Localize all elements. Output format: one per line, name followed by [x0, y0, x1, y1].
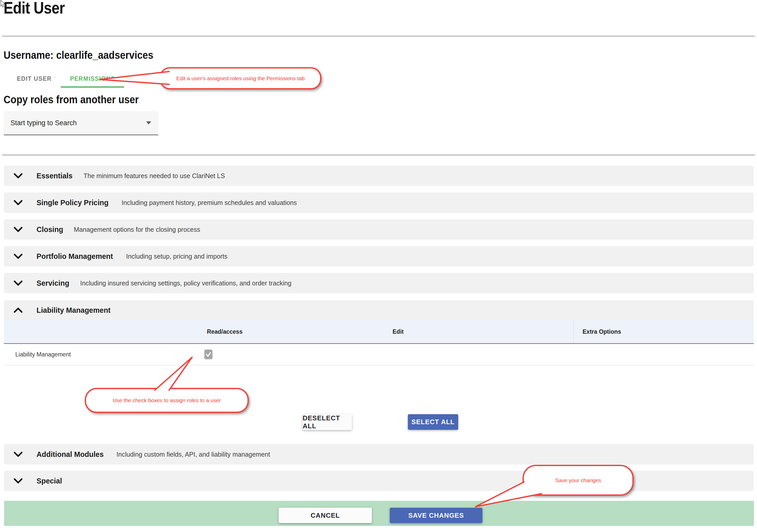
column-header-edit: Edit — [393, 320, 404, 343]
footer-action-bar — [4, 501, 754, 526]
save-changes-button[interactable]: SAVE CHANGES — [390, 508, 482, 523]
section-description: Management options for the closing proce… — [74, 226, 200, 234]
chevron-down-icon — [14, 200, 23, 205]
chevron-down-icon — [14, 280, 23, 286]
read-access-checkbox[interactable] — [204, 350, 212, 359]
section-description: Including payment history, premium sched… — [122, 199, 297, 207]
chevron-down-icon — [14, 254, 23, 259]
chevron-down-icon — [14, 173, 23, 179]
permissions-table-header: Read/access Edit Extra Options — [4, 320, 754, 344]
section-title: Additional Modules — [37, 450, 104, 459]
section-portfolio-management[interactable]: Portfolio Management Including setup, pr… — [4, 246, 754, 266]
section-special[interactable]: Special — [4, 471, 754, 491]
callout-checkboxes: Use the check boxes to assign roles to a… — [85, 388, 249, 413]
section-closing[interactable]: Closing Management options for the closi… — [4, 219, 754, 240]
chevron-down-icon — [146, 121, 151, 124]
edit-user-page: Edit User Username: clearlife_aadservice… — [0, 0, 757, 532]
chevron-down-icon — [14, 227, 23, 232]
callout-text: Edit a user's assigned roles using the P… — [176, 76, 304, 81]
deselect-all-button[interactable]: DESELECT ALL — [303, 414, 352, 430]
section-servicing[interactable]: Servicing Including insured servicing se… — [4, 273, 754, 293]
section-liability-management[interactable]: Liability Management — [4, 300, 754, 320]
callout-text: Save your changes — [555, 477, 601, 484]
mouse-cursor-icon — [0, 0, 6, 8]
table-row-liability-management: Liability Management — [4, 344, 754, 365]
section-title: Liability Management — [37, 306, 110, 315]
callout-text: Use the check boxes to assign roles to a… — [113, 397, 221, 403]
section-single-policy-pricing[interactable]: Single Policy Pricing Including payment … — [4, 192, 754, 213]
dropdown-placeholder: Start typing to Search — [11, 119, 146, 127]
divider — [2, 36, 755, 37]
column-header-read-access: Read/access — [4, 320, 446, 343]
section-title: Single Policy Pricing — [37, 198, 108, 207]
tab-bar: EDIT USER PERMISSIONS — [8, 71, 124, 88]
section-title: Special — [37, 477, 62, 485]
section-description: The minimum features needed to use Clari… — [83, 172, 225, 180]
copy-roles-search-select[interactable]: Start typing to Search — [4, 111, 158, 135]
page-title: Edit User — [4, 0, 65, 17]
divider — [2, 155, 755, 156]
chevron-down-icon — [14, 478, 23, 484]
chevron-down-icon — [14, 452, 23, 457]
tab-edit-user[interactable]: EDIT USER — [8, 71, 61, 86]
section-title: Essentials — [37, 172, 73, 180]
checkmark-icon — [205, 351, 212, 358]
section-description: Including setup, pricing and imports — [126, 252, 227, 260]
section-title: Servicing — [37, 279, 69, 288]
section-additional-modules[interactable]: Additional Modules Including custom fiel… — [4, 444, 754, 464]
column-header-extra-options: Extra Options — [583, 320, 621, 343]
copy-roles-heading: Copy roles from another user — [4, 94, 139, 106]
select-all-button[interactable]: SELECT ALL — [408, 414, 458, 430]
row-label: Liability Management — [15, 344, 71, 365]
column-divider — [573, 320, 574, 343]
section-essentials[interactable]: Essentials The minimum features needed t… — [4, 166, 754, 186]
callout-permissions-tab: Edit a user's assigned roles using the P… — [160, 67, 321, 89]
section-description: Including custom fields, API, and liabil… — [116, 451, 270, 458]
callout-save-changes: Save your changes — [523, 465, 634, 496]
section-title: Closing — [37, 225, 63, 234]
chevron-up-icon — [14, 307, 23, 313]
section-title: Portfolio Management — [37, 252, 113, 261]
tab-permissions[interactable]: PERMISSIONS — [61, 71, 124, 88]
section-description: Including insured servicing settings, po… — [80, 279, 291, 287]
cancel-button[interactable]: CANCEL — [279, 508, 372, 523]
username-heading: Username: clearlife_aadservices — [4, 49, 153, 61]
